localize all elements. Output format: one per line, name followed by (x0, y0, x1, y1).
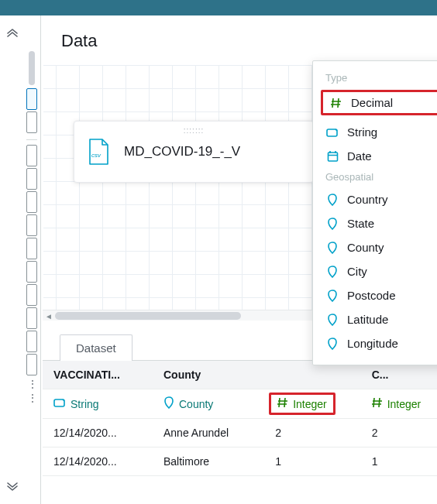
section-title: Data (43, 15, 437, 65)
csv-file-icon: csv (87, 138, 110, 166)
geo-pin-icon (163, 396, 174, 411)
gutter-scroll-thumb[interactable] (29, 51, 35, 85)
menu-item-label: Latitude (347, 313, 388, 326)
table-row: 12/14/2020... Baltimore 1 1 (43, 447, 437, 476)
type-option-country[interactable]: Country (321, 187, 437, 211)
geo-pin-icon (325, 194, 339, 206)
gutter-slot[interactable] (26, 261, 37, 283)
svg-rect-3 (328, 153, 337, 161)
highlight-decimal-option: Decimal (321, 90, 437, 115)
scroll-left-icon[interactable]: ◄ (43, 310, 55, 321)
left-rail (0, 15, 25, 504)
gutter-slot[interactable] (26, 88, 37, 110)
type-option-string[interactable]: String (321, 120, 437, 144)
type-option-longitude[interactable]: Longitude (321, 331, 437, 355)
gutter-slot[interactable] (26, 214, 37, 236)
column-type-picker[interactable]: County (153, 389, 264, 419)
column-type-label: Integer (293, 398, 327, 410)
type-option-latitude[interactable]: Latitude (321, 307, 437, 331)
column-type-label: String (71, 398, 99, 410)
gutter-slot[interactable] (26, 284, 37, 306)
column-header[interactable]: VACCINATI... (43, 361, 153, 389)
column-type-picker[interactable]: String (43, 389, 153, 419)
type-option-state[interactable]: State (321, 211, 437, 235)
grid-type-row: String County Integer (43, 389, 437, 419)
geo-pin-icon (325, 314, 339, 326)
drag-handle-icon[interactable]: ::::::: (184, 126, 204, 135)
geo-pin-icon (325, 218, 339, 230)
svg-text:csv: csv (91, 152, 102, 159)
collapse-up-icon[interactable] (6, 26, 19, 39)
menu-item-label: String (347, 125, 377, 139)
menu-item-label: Date (347, 149, 372, 163)
app-topbar (0, 0, 437, 15)
type-option-postcode[interactable]: Postcode (321, 283, 437, 307)
gutter-slot[interactable] (26, 145, 37, 166)
type-option-date[interactable]: Date (321, 144, 437, 168)
menu-item-label: City (347, 265, 367, 278)
column-type-label: Integer (387, 398, 422, 410)
type-option-decimal[interactable]: Decimal (329, 94, 393, 111)
svg-rect-1 (54, 399, 64, 406)
column-header[interactable]: County (153, 361, 264, 389)
column-type-label: County (179, 398, 213, 410)
source-gutter: ⋮ ⋮ (25, 15, 39, 504)
type-option-city[interactable]: City (321, 259, 437, 283)
gutter-slot[interactable] (26, 111, 37, 133)
vertical-divider (40, 15, 41, 504)
cell: Baltimore (153, 447, 264, 476)
geo-pin-icon (325, 290, 339, 302)
scroll-thumb[interactable] (55, 312, 241, 320)
source-filename: MD_COVID-19_-_V (124, 144, 240, 159)
string-type-icon (53, 397, 66, 410)
preview-grid: VACCINATI... County C... String (43, 361, 437, 476)
gutter-more-icon[interactable]: ⋮ (28, 377, 36, 391)
geo-pin-icon (325, 266, 339, 278)
gutter-more-icon[interactable]: ⋮ (28, 391, 36, 405)
cell: Anne Arundel (153, 419, 264, 447)
cell: 1 (264, 447, 361, 476)
column-type-menu[interactable]: Type Decimal String Date Geospatial Coun… (312, 60, 437, 365)
cell: 12/14/2020... (43, 419, 153, 447)
cell: 2 (264, 419, 361, 447)
number-type-icon (329, 98, 343, 108)
menu-item-label: Postcode (347, 289, 396, 302)
type-option-county[interactable]: County (321, 235, 437, 259)
gutter-divider (26, 139, 37, 140)
geo-pin-icon (325, 242, 339, 254)
csv-source-card[interactable]: ::::::: csv MD_COVID-19_-_V (74, 121, 314, 183)
gutter-slot[interactable] (26, 168, 37, 190)
menu-item-label: County (347, 241, 384, 254)
gutter-slot[interactable] (26, 238, 37, 259)
cell: 12/14/2020... (43, 447, 153, 476)
date-type-icon (325, 150, 339, 162)
column-type-picker[interactable]: Integer (264, 389, 361, 419)
menu-item-label: Longitude (347, 337, 398, 350)
gutter-slot[interactable] (26, 191, 37, 213)
menu-group-label: Type (321, 69, 437, 88)
menu-item-label: Country (347, 193, 388, 206)
content-area: Data ::::::: csv MD_COVID-19_-_V ◄ ► Dat… (43, 15, 437, 504)
gutter-slot[interactable] (26, 331, 37, 352)
highlight-integer-type: Integer (269, 393, 335, 415)
cell: 1 (361, 447, 437, 476)
gutter-slot[interactable] (26, 307, 37, 329)
cell: 2 (361, 419, 437, 447)
tab-dataset[interactable]: Dataset (60, 334, 132, 361)
menu-item-label: Decimal (351, 96, 393, 109)
table-row: 12/14/2020... Anne Arundel 2 2 (43, 419, 437, 447)
collapse-down-icon[interactable] (6, 482, 19, 495)
string-type-icon (325, 127, 339, 138)
menu-item-label: State (347, 217, 374, 230)
number-type-icon (277, 397, 288, 410)
column-type-picker[interactable]: Integer (361, 389, 437, 419)
svg-rect-2 (327, 129, 337, 136)
gutter-slot[interactable] (26, 354, 37, 375)
geo-pin-icon (325, 338, 339, 350)
number-type-icon (372, 397, 383, 410)
menu-group-label: Geospatial (321, 168, 437, 187)
